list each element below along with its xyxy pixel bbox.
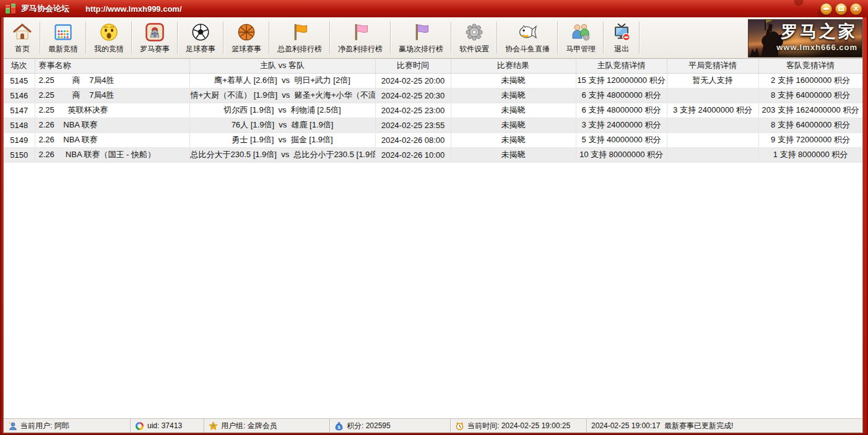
column-header-match-result: 比赛结果: [451, 59, 576, 73]
column-header-away-bets: 客队竞猜详情: [758, 59, 862, 73]
toolbar-separator: [329, 22, 331, 54]
cell-draw-bets: [667, 132, 758, 147]
cell-home-bets: 15 支持 120000000 积分: [576, 73, 667, 88]
cell-matchup: 总比分大于230.5 [1.9倍] vs 总比分小于230.5 [1.9倍]: [189, 147, 375, 162]
cell-match-time: 2024-02-26 10:00: [375, 147, 451, 162]
toolbar-button-my-bets[interactable]: 我的竞猜: [87, 19, 131, 57]
cell-session: 5148: [4, 118, 35, 132]
orange-flag-icon: [290, 22, 310, 42]
column-header-draw-bets: 平局竞猜详情: [667, 59, 758, 73]
toolbar-button-net-profit-ranking[interactable]: 净盈利排行榜: [331, 19, 389, 57]
status-current-user-text: 当前用户: 阿郎: [20, 421, 69, 431]
close-button[interactable]: ×: [850, 3, 862, 15]
toolbar-label: 协会斗鱼直播: [505, 44, 550, 54]
window-title: 罗马协会论坛: [21, 3, 69, 14]
toolbar-label: 最新竞猜: [48, 44, 78, 54]
status-points-text: 积分: 202595: [347, 421, 391, 431]
cell-session: 5145: [4, 73, 35, 88]
main-toolbar: 首页 最新竞猜 我的竞猜 罗马赛事 足球赛事: [4, 17, 862, 59]
toolbar-separator: [603, 22, 604, 54]
toolbar-button-home[interactable]: 首页: [6, 19, 39, 57]
status-current-time-text: 当前时间: 2024-02-25 19:00:25: [467, 421, 570, 431]
toolbar-button-football-events[interactable]: 足球赛事: [179, 19, 222, 57]
minimize-icon: [823, 8, 829, 10]
events-table-area: 场次 赛事名称 主队 vs 客队 比赛时间 比赛结果 主队竞猜详情 平局竞猜详情…: [4, 59, 862, 418]
cell-event-name: 2.25 商 7局4胜: [35, 88, 189, 103]
status-bar: 当前用户: 阿郎 uid: 37413 用户组: 金牌会员 $ 积分: 2025…: [4, 418, 862, 433]
purple-flag-icon: [411, 22, 431, 42]
toolbar-separator: [497, 22, 498, 54]
uid-ring-icon: [135, 421, 144, 431]
status-uid: uid: 37413: [131, 419, 204, 433]
table-row[interactable]: 5150 2.26 NBA 联赛（国王 - 快船） 总比分大于230.5 [1.…: [4, 147, 862, 162]
toolbar-separator: [131, 22, 132, 54]
cell-session: 5147: [4, 103, 35, 118]
toolbar-separator: [40, 22, 41, 54]
toolbar-separator: [269, 22, 270, 54]
toolbar-button-exit[interactable]: 退出: [605, 19, 638, 57]
window-titlebar[interactable]: 罗马协会论坛 http://www.lmxh999.com/ ×: [0, 0, 868, 17]
toolbar-label: 我的竞猜: [94, 44, 124, 54]
status-update-message: 2024-02-25 19:00:17 最新赛事已更新完成!: [587, 419, 862, 433]
toolbar-label: 足球赛事: [186, 44, 215, 54]
cell-home-bets: 5 支持 40000000 积分: [576, 132, 667, 147]
cell-match-time: 2024-02-25 20:30: [375, 88, 451, 103]
table-empty-area: [4, 163, 862, 419]
minimize-button[interactable]: [820, 3, 832, 15]
cell-draw-bets: 暂无人支持: [667, 73, 758, 88]
maximize-icon: [838, 6, 844, 11]
status-user-group: 用户组: 金牌会员: [204, 419, 330, 433]
table-row[interactable]: 5148 2.26 NBA 联赛 76人 [1.9倍] vs 雄鹿 [1.9倍]…: [4, 118, 862, 132]
douyu-fish-icon: [518, 22, 537, 42]
toolbar-button-total-profit-ranking[interactable]: 总盈利排行榜: [271, 19, 329, 57]
cell-matchup: 情+大厨（不流） [1.9倍] vs 赌圣+火海+小华（不流）: [189, 88, 375, 103]
cell-away-bets: 203 支持 1624000000 积分: [758, 103, 862, 118]
surprised-face-icon: [99, 22, 119, 42]
toolbar-label: 罗马赛事: [140, 44, 170, 54]
cell-matchup: 勇士 [1.9倍] vs 掘金 [1.9倍]: [189, 132, 375, 147]
status-update-message-text: 2024-02-25 19:00:17 最新赛事已更新完成!: [591, 421, 733, 431]
toolbar-label: 首页: [15, 44, 30, 54]
cell-match-time: 2024-02-25 23:55: [375, 118, 451, 132]
clock-icon: [455, 421, 464, 431]
cell-draw-bets: [667, 147, 758, 162]
toolbar-separator: [177, 22, 178, 54]
exit-tv-icon: [612, 22, 631, 42]
toolbar-separator: [390, 22, 391, 54]
cell-event-name: 2.26 NBA 联赛（国王 - 快船）: [35, 147, 189, 162]
table-row[interactable]: 5147 2.25 英联杯决赛 切尔西 [1.9倍] vs 利物浦 [2.5倍]…: [4, 103, 862, 118]
cell-away-bets: 2 支持 16000000 积分: [758, 73, 862, 88]
cell-session: 5150: [4, 147, 35, 162]
toolbar-label: 总盈利排行榜: [277, 44, 322, 54]
cell-match-time: 2024-02-25 23:00: [375, 103, 451, 118]
cell-event-name: 2.26 NBA 联赛: [35, 132, 189, 147]
toolbar-button-settings[interactable]: 软件设置: [453, 19, 496, 57]
cell-match-result: 未揭晓: [451, 73, 576, 88]
maximize-button[interactable]: [835, 3, 847, 15]
cell-session: 5146: [4, 88, 35, 103]
toolbar-button-wins-ranking[interactable]: 赢场次排行榜: [392, 19, 450, 57]
toolbar-button-roma-events[interactable]: 罗马赛事: [133, 19, 176, 57]
toolbar-button-basketball-events[interactable]: 篮球赛事: [225, 19, 268, 57]
toolbar-separator: [639, 22, 640, 54]
app-logo-icon: [6, 4, 16, 14]
cell-event-name: 2.25 商 7局4胜: [35, 73, 189, 88]
cell-home-bets: 6 支持 48000000 积分: [576, 88, 667, 103]
banner-ad[interactable]: 罗马之家 www.lmxh666.com: [748, 19, 862, 58]
gear-icon: [464, 22, 484, 42]
table-row[interactable]: 5149 2.26 NBA 联赛 勇士 [1.9倍] vs 掘金 [1.9倍] …: [4, 132, 862, 147]
column-header-matchup: 主队 vs 客队: [189, 59, 375, 73]
cell-home-bets: 6 支持 48000000 积分: [576, 103, 667, 118]
close-icon: ×: [853, 4, 858, 13]
table-row[interactable]: 5146 2.25 商 7局4胜 情+大厨（不流） [1.9倍] vs 赌圣+火…: [4, 88, 862, 103]
toolbar-button-latest-bets[interactable]: 最新竞猜: [41, 19, 85, 57]
cell-draw-bets: 3 支持 24000000 积分: [667, 103, 758, 118]
basketball-icon: [237, 22, 256, 42]
cell-event-name: 2.25 英联杯决赛: [35, 103, 189, 118]
table-row[interactable]: 5145 2.25 商 7局4胜 鹰+着草人 [2.6倍] vs 明日+武力 […: [4, 73, 862, 88]
events-table: 场次 赛事名称 主队 vs 客队 比赛时间 比赛结果 主队竞猜详情 平局竞猜详情…: [4, 59, 862, 163]
cell-home-bets: 10 支持 80000000 积分: [576, 147, 667, 162]
toolbar-button-vest-management[interactable]: 马甲管理: [559, 19, 602, 57]
cell-match-result: 未揭晓: [451, 88, 576, 103]
toolbar-button-douyu-live[interactable]: 协会斗鱼直播: [498, 19, 557, 57]
